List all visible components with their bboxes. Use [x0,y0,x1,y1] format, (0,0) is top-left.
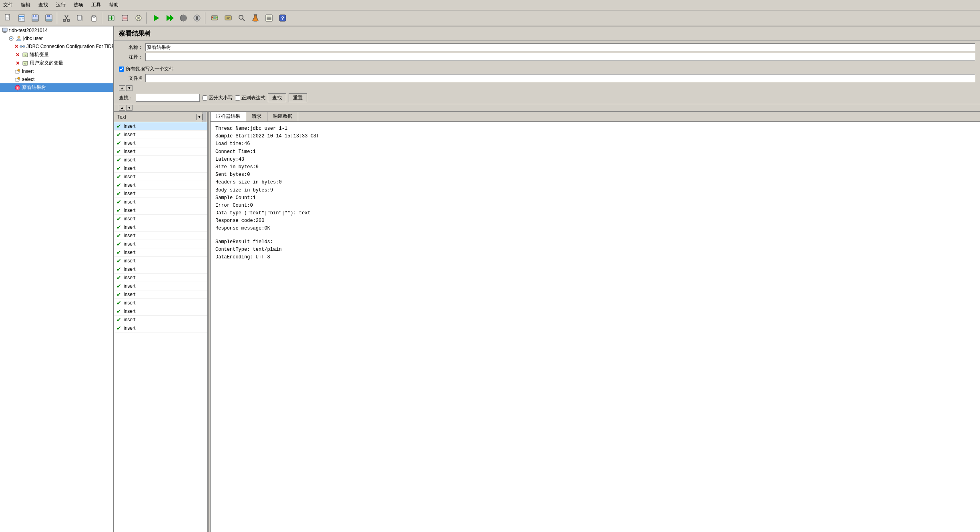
svg-rect-11 [34,15,35,17]
tab-response-data[interactable]: 响应数据 [267,112,298,121]
svg-rect-64 [23,46,25,47]
tree-item-random-var[interactable]: ✕ x 随机变量 [0,50,113,59]
check-icon: ✔ [116,316,121,323]
result-row[interactable]: ✔insert [114,156,207,164]
scroll-up-btn-2[interactable]: ▲ [119,105,125,111]
comment-input[interactable] [145,53,975,61]
menu-help[interactable]: 帮助 [107,1,120,9]
menu-tools[interactable]: 工具 [90,1,102,9]
svg-rect-38 [196,16,198,20]
tab-request[interactable]: 请求 [246,112,267,121]
result-row[interactable]: ✔insert [114,290,207,299]
result-row[interactable]: ✔insert [114,240,207,248]
remote-start-button[interactable] [208,12,221,24]
svg-rect-7 [22,18,24,19]
result-row[interactable]: ✔insert [114,189,207,198]
case-sensitive-label[interactable]: 区分大小写 [202,95,233,101]
run-no-pause-button[interactable] [163,12,176,24]
menu-find[interactable]: 查找 [37,1,50,9]
stop-button[interactable] [177,12,190,24]
checkbox-row: 所有数据写入一个文件 [114,65,980,73]
clear-button[interactable] [132,12,145,24]
scroll-down-btn[interactable]: ▼ [126,85,133,91]
form-area: 名称： 注释： [114,41,980,65]
menu-run[interactable]: 运行 [54,1,67,9]
tree-item-insert[interactable]: insert [0,67,113,75]
copy-button[interactable] [74,12,86,24]
run-button[interactable] [150,12,163,24]
shutdown-button[interactable] [191,12,203,24]
result-row[interactable]: ✔insert [114,307,207,316]
result-row[interactable]: ✔insert [114,139,207,147]
result-row[interactable]: ✔insert [114,147,207,156]
check-icon: ✔ [116,199,121,205]
result-row[interactable]: ✔insert [114,257,207,265]
filename-input[interactable] [145,74,975,82]
result-row[interactable]: ✔insert [114,232,207,240]
tree-item-root[interactable]: tidb-test20221014 [0,26,113,34]
check-icon: ✔ [116,123,121,129]
remote-tree-button[interactable] [222,12,235,24]
tree-result-icon: T [14,85,21,91]
scroll-down-btn-2[interactable]: ▼ [126,105,133,111]
regex-checkbox[interactable] [235,95,240,101]
save-all-button[interactable] [29,12,42,24]
help-toolbar-button[interactable]: ? [276,12,289,24]
cut-button[interactable] [60,12,73,24]
function-helper-button[interactable] [249,12,262,24]
result-row[interactable]: ✔insert [114,299,207,307]
result-row[interactable]: ✔insert [114,215,207,223]
templates-button[interactable] [15,12,28,24]
menu-options[interactable]: 选项 [72,1,85,9]
tree-item-user-var[interactable]: ✕ u 用户定义的变量 [0,59,113,67]
tree-item-jdbc-conn[interactable]: ✕ JDBC Connection Configuration For TiDB [0,42,113,50]
split-area: Text ▼ ✔insert✔insert✔insert✔insert✔inse… [114,111,980,532]
result-row[interactable]: ✔insert [114,265,207,274]
menu-edit[interactable]: 编辑 [19,1,32,9]
result-row[interactable]: ✔insert [114,282,207,290]
tab-sampler-result[interactable]: 取样器结果 [211,112,246,121]
tree-item-result-tree[interactable]: T 察看结果树 [0,83,113,92]
result-row[interactable]: ✔insert [114,181,207,189]
menu-file[interactable]: 文件 [2,1,14,9]
toolbar: ? [0,10,980,26]
result-row[interactable]: ✔insert [114,206,207,215]
result-row[interactable]: ✔insert [114,316,207,324]
all-data-checkbox[interactable] [119,66,124,72]
search-input[interactable] [136,94,200,102]
result-label: insert [124,300,135,306]
check-icon: ✔ [116,232,121,239]
save-button[interactable] [42,12,55,24]
detail-line: ContentType: text/plain [215,246,975,254]
result-row[interactable]: ✔insert [114,274,207,282]
new-button[interactable] [2,12,14,24]
column-menu-button[interactable]: ▼ [196,114,203,120]
result-row[interactable]: ✔insert [114,164,207,173]
result-row[interactable]: ✔insert [114,198,207,206]
result-row[interactable]: ✔insert [114,324,207,332]
name-input[interactable] [145,43,975,51]
remove-element-button[interactable] [118,12,131,24]
result-row[interactable]: ✔insert [114,131,207,139]
case-sensitive-checkbox[interactable] [202,95,207,101]
paste-button[interactable] [87,12,100,24]
result-row[interactable]: ✔insert [114,173,207,181]
result-row[interactable]: ✔insert [114,122,207,131]
column-resize-handle[interactable] [203,112,206,122]
svg-rect-1 [6,17,9,17]
detail-line: Size in bytes:9 [215,163,975,171]
scroll-up-btn[interactable]: ▲ [119,85,125,91]
svg-point-61 [10,38,12,39]
tree-item-jdbc-user[interactable]: jdbc user [0,34,113,42]
add-element-button[interactable] [105,12,118,24]
result-row[interactable]: ✔insert [114,248,207,257]
regex-label[interactable]: 正则表达式 [235,95,265,101]
comment-label: 注释： [119,54,143,60]
result-row[interactable]: ✔insert [114,223,207,232]
tree-item-select[interactable]: select [0,75,113,83]
search-toolbar-button[interactable] [235,12,248,24]
reset-button[interactable]: 重置 [289,93,307,102]
result-label: insert [124,174,135,179]
test-log-button[interactable] [263,12,275,24]
find-button[interactable]: 查找 [268,93,286,102]
